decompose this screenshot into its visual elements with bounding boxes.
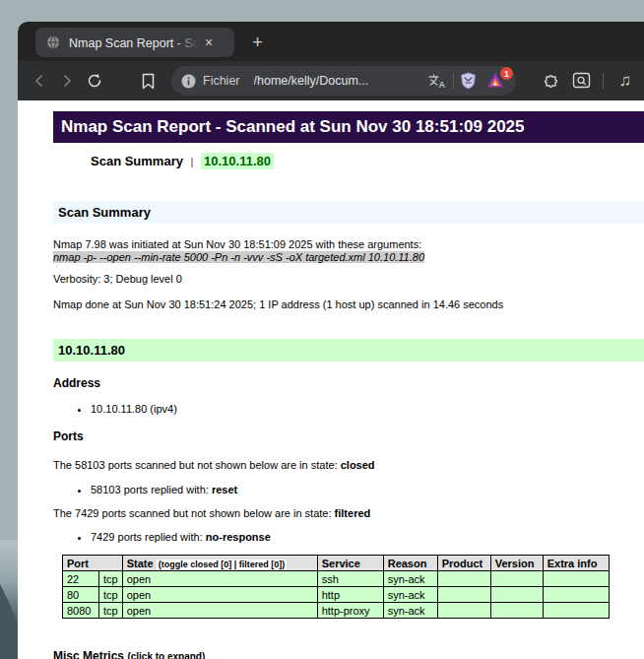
- urlbar-separator: [453, 73, 454, 89]
- filtered-state: filtered: [335, 507, 371, 519]
- forward-button[interactable]: [53, 67, 81, 95]
- state-toggle-links[interactable]: (toggle closed [0] | filtered [0]): [157, 560, 288, 569]
- tab-bar: Nmap Scan Report - Sca × +: [18, 22, 644, 61]
- address-item: 10.10.11.80 (ipv4): [91, 404, 644, 415]
- navigation-toolbar: Fichier /home/kelly/Docum... A: [18, 61, 644, 100]
- host-heading[interactable]: 10.10.11.80: [53, 339, 644, 362]
- nav-scan-summary-link[interactable]: Scan Summary: [91, 154, 183, 168]
- toolbar-separator: [603, 73, 604, 89]
- site-info-icon[interactable]: [181, 74, 196, 89]
- globe-favicon-icon: [45, 34, 61, 50]
- url-path: /home/kelly/Docum...: [254, 74, 427, 88]
- verbosity-line: Verbosity: 3; Debug level 0: [53, 273, 644, 286]
- bookmark-button[interactable]: [134, 67, 161, 95]
- version-cell: [490, 571, 543, 587]
- sidebar-search-icon[interactable]: [567, 67, 595, 95]
- reload-button[interactable]: [81, 67, 108, 95]
- url-scheme-label: Fichier: [203, 74, 240, 88]
- version-cell: [490, 587, 543, 603]
- product-cell: [437, 587, 490, 603]
- extension-triangle-icon[interactable]: 1: [486, 72, 506, 90]
- browser-window: Nmap Scan Report - Sca × +: [18, 22, 644, 659]
- scan-arguments-paragraph: Nmap 7.98 was initiated at Sun Nov 30 18…: [53, 238, 644, 263]
- report-nav: Scan Summary | 10.10.11.80: [91, 154, 644, 168]
- page-content: Nmap Scan Report - Scanned at Sun Nov 30…: [18, 100, 644, 659]
- state-cell: open: [122, 587, 317, 603]
- port-cell: 8080: [63, 603, 99, 619]
- address-list: 10.10.11.80 (ipv4): [53, 404, 644, 415]
- col-service: Service: [317, 556, 383, 571]
- product-cell: [437, 571, 490, 587]
- brave-shields-icon[interactable]: [460, 72, 477, 90]
- ports-table: Port State (toggle closed [0] | filtered…: [62, 555, 610, 619]
- extra-cell: [543, 571, 609, 587]
- tab-title-fade: [173, 33, 199, 51]
- filtered-ports-line: The 7429 ports scanned but not shown bel…: [53, 507, 644, 520]
- port-row-8080: 8080 tcp open http-proxy syn-ack: [63, 603, 610, 619]
- closed-ports-item: 58103 ports replied with: reset: [91, 484, 644, 495]
- desktop-wallpaper: [0, 540, 18, 659]
- translate-icon[interactable]: A: [427, 73, 447, 89]
- port-cell: 80: [63, 587, 99, 603]
- page-title: Nmap Scan Report - Scanned at Sun Nov 30…: [53, 111, 644, 143]
- version-cell: [490, 603, 543, 619]
- nav-host-link[interactable]: 10.10.11.80: [201, 153, 274, 169]
- extensions-puzzle-icon[interactable]: [538, 67, 565, 95]
- port-cell: 22: [63, 571, 99, 587]
- service-cell: ssh: [317, 571, 383, 587]
- service-cell: http: [317, 587, 383, 603]
- closed-ports-line: The 58103 ports scanned but not shown be…: [53, 459, 644, 472]
- svg-text:A: A: [439, 80, 446, 89]
- back-button[interactable]: [26, 67, 53, 95]
- ports-heading: Ports: [53, 429, 644, 443]
- filtered-ports-item: 7429 ports replied with: no-response: [91, 531, 644, 543]
- media-control-icon[interactable]: ♫: [612, 67, 639, 95]
- proto-cell: tcp: [99, 587, 123, 603]
- tab-close-icon[interactable]: ×: [205, 35, 213, 49]
- address-bar[interactable]: Fichier /home/kelly/Docum... A: [171, 66, 516, 96]
- extra-cell: [543, 603, 609, 619]
- col-port: Port: [63, 556, 123, 571]
- initiated-line: Nmap 7.98 was initiated at Sun Nov 30 18…: [53, 238, 421, 250]
- closed-state: closed: [341, 459, 375, 471]
- address-heading: Address: [53, 376, 644, 390]
- new-tab-button[interactable]: +: [252, 33, 263, 51]
- extension-badge: 1: [500, 67, 513, 80]
- scan-summary-heading: Scan Summary: [53, 201, 644, 224]
- extra-cell: [543, 587, 609, 603]
- state-cell: open: [122, 603, 317, 619]
- tab-title-wrap: Nmap Scan Report - Sca: [69, 33, 199, 51]
- closed-ports-list: 58103 ports replied with: reset: [53, 484, 644, 495]
- port-row-80: 80 tcp open http syn-ack: [63, 587, 610, 603]
- ports-table-header-row: Port State (toggle closed [0] | filtered…: [63, 556, 610, 571]
- scan-done-line: Nmap done at Sun Nov 30 18:51:24 2025; 1…: [53, 298, 644, 311]
- reason-cell: syn-ack: [383, 571, 437, 587]
- port-row-22: 22 tcp open ssh syn-ack: [63, 571, 610, 587]
- service-cell: http-proxy: [317, 603, 383, 619]
- reason-cell: syn-ack: [383, 603, 437, 619]
- nav-separator: |: [191, 156, 194, 167]
- state-cell: open: [122, 571, 317, 587]
- col-product: Product: [437, 556, 490, 571]
- misc-metrics-toggle[interactable]: Misc Metrics (click to expand): [53, 649, 644, 659]
- proto-cell: tcp: [99, 571, 123, 587]
- wallpaper-mountain-ridge: [0, 567, 18, 659]
- nmap-command: nmap -p- --open --min-rate 5000 -Pn -n -…: [53, 251, 424, 263]
- col-extra: Extra info: [543, 556, 609, 571]
- proto-cell: tcp: [99, 603, 123, 619]
- product-cell: [437, 603, 490, 619]
- reason-cell: syn-ack: [383, 587, 437, 603]
- col-reason: Reason: [383, 556, 437, 571]
- filtered-ports-list: 7429 ports replied with: no-response: [53, 531, 644, 543]
- browser-tab[interactable]: Nmap Scan Report - Sca ×: [35, 28, 234, 57]
- col-version: Version: [490, 556, 543, 571]
- col-state: State (toggle closed [0] | filtered [0]): [122, 556, 317, 571]
